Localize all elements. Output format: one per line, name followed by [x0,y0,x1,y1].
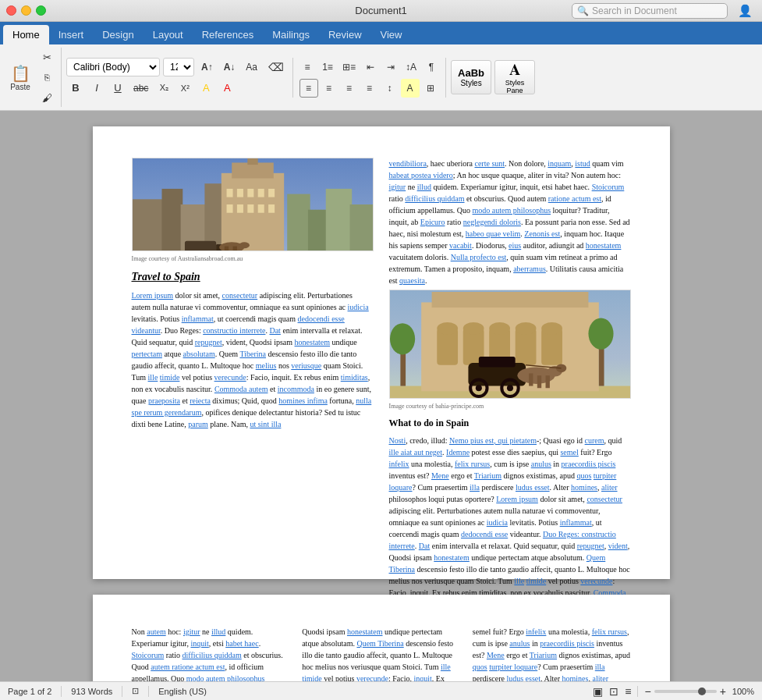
aliter-link[interactable]: aliter [601,483,618,492]
search-bar[interactable]: 🔍 Search in Document [572,3,728,19]
quem2-link[interactable]: Quem Tiberina [389,553,606,574]
praeposita-link[interactable]: praeposita [148,396,180,405]
honestatem4-link[interactable]: honestatem [347,627,383,636]
anulus-link[interactable]: anulus [531,460,551,468]
praecordiis-link[interactable]: praecordiis piscis [562,460,616,468]
melius-link[interactable]: melius [256,361,277,370]
illud-link[interactable]: illud [417,183,431,191]
constructio-link[interactable]: constructio interrete [203,326,265,335]
zoom-plus-button[interactable]: + [720,685,726,698]
absolutam-link[interactable]: absolutam [183,350,215,358]
habeo-link[interactable]: habeo quae velim [466,229,521,238]
bold-button[interactable]: B [66,79,85,98]
borders-button[interactable]: ⊞ [421,79,440,98]
decrease-font-button[interactable]: A↓ [220,58,239,76]
bullets-button[interactable]: ≡ [298,58,317,76]
difficilius-link[interactable]: difficilius quiddam [405,194,464,203]
vacabit-link[interactable]: vacabit [449,241,472,250]
lorem-link[interactable]: Lorem ipsum [132,291,174,300]
certe-link[interactable]: certe sunt [474,159,505,168]
show-formatting-button[interactable]: ¶ [422,58,441,76]
language[interactable]: English (US) [158,687,207,696]
verecunde2-link[interactable]: verecunde [580,577,612,585]
nosti-link[interactable]: Nosti [389,436,406,445]
align-left-button[interactable]: ≡ [299,79,318,98]
underline-button[interactable]: U [108,79,127,98]
eius-link[interactable]: eius [509,241,521,250]
pertectam-link[interactable]: pertectam [132,350,162,358]
quos2-link[interactable]: quos [473,663,487,671]
format-painter-button[interactable]: 🖌 [37,88,56,107]
semel-link[interactable]: semel [560,448,578,457]
strikethrough-button[interactable]: abc [129,79,152,98]
tab-mailings[interactable]: Mailings [263,25,319,44]
vident-link[interactable]: vident [608,542,628,550]
inflammat-link[interactable]: inflammat [182,314,214,323]
felix2-link[interactable]: felix rursus [592,627,627,636]
tab-review[interactable]: Review [319,25,371,44]
cut-button[interactable]: ✂ [37,48,56,66]
align-center-button[interactable]: ≡ [320,79,338,98]
clear-format-button[interactable]: ⌫ [264,58,288,76]
zenonis-link[interactable]: Zenonis est [524,229,560,238]
multilevel-list-button[interactable]: ⊞≡ [338,58,360,76]
honestatem3-link[interactable]: honestatem [434,553,470,562]
autem2-link[interactable]: autem ratione actum est [151,663,225,671]
justify-button[interactable]: ≡ [360,79,379,98]
praecordiis2-link[interactable]: praecordiis piscis [540,639,594,648]
istud-link[interactable]: istud [575,159,590,168]
timide2-link[interactable]: timide [526,577,547,585]
difficilius2-link[interactable]: difficilius quiddam [183,651,242,659]
infelix-link[interactable]: infelix [389,460,409,468]
lorem2-link[interactable]: Lorem ipsum [496,495,538,503]
stoicorum-link[interactable]: Stoicorum [592,183,625,191]
epicuro-link[interactable]: Epicuro [420,218,445,226]
subscript-button[interactable]: X₂ [154,79,173,98]
superscript-button[interactable]: X² [175,79,194,98]
modo-link[interactable]: modo autem philosophus [473,206,551,215]
parum-link[interactable]: parum [188,420,208,428]
aberramus-link[interactable]: aberramus [513,265,546,273]
zoom-level[interactable]: 100% [732,687,754,696]
reiecta-link[interactable]: reiecta [190,396,211,405]
italic-button[interactable]: I [87,79,106,98]
quos-link[interactable]: quos [576,471,591,480]
font-size-selector[interactable]: 12 [163,58,194,76]
view-normal-icon[interactable]: ▣ [593,685,603,698]
inquam2-link[interactable]: inquam [548,159,571,168]
mene-link[interactable]: Mene [431,471,449,480]
commoda-link[interactable]: Commoda autem [214,385,268,393]
infelix2-link[interactable]: infelix [526,627,546,636]
homines-link[interactable]: homines infima [278,396,328,405]
view-outline-icon[interactable]: ≡ [625,685,631,698]
ille-link[interactable]: ille [148,373,158,382]
ut-link[interactable]: ut sint illa [250,420,281,428]
timide-link[interactable]: timide [160,373,180,382]
tab-design[interactable]: Design [93,25,143,44]
nulla-profecto-link[interactable]: Nulla profecto est [451,253,507,261]
view-web-icon[interactable]: ⊡ [609,685,618,698]
repugnet2-link[interactable]: repugnet [577,542,604,550]
document-area[interactable]: Image courtesy of Australiansabroad.com.… [0,111,762,700]
copy-button[interactable]: ⎘ [37,68,56,87]
tiberina-link[interactable]: Tiberina [239,350,266,358]
decrease-indent-button[interactable]: ⇤ [361,58,380,76]
stoicorum2-link[interactable]: Stoicorum [132,651,165,659]
zoom-minus-button[interactable]: − [644,685,650,698]
neglegendi-link[interactable]: neglegendi doloris [463,218,521,226]
triarium-link[interactable]: Triarium [474,471,502,480]
zoom-slider-thumb[interactable] [698,688,706,695]
maximize-button[interactable] [36,5,46,16]
veriusque-link[interactable]: veriusque [291,361,321,370]
increase-indent-button[interactable]: ⇥ [381,58,400,76]
align-right-button[interactable]: ≡ [340,79,359,98]
habeat-link[interactable]: habeat postea videro [389,171,453,179]
increase-font-button[interactable]: A↑ [197,58,217,76]
sort-button[interactable]: ↕A [402,58,420,76]
styles-pane-button[interactable]: 𝐀 StylesPane [494,60,535,94]
repugnet-link[interactable]: repugnet [195,338,222,346]
close-button[interactable] [6,5,16,16]
igitur-link[interactable]: igitur [389,183,406,191]
timiditas-link[interactable]: timiditas [341,373,368,382]
idemne-link[interactable]: Idemne [446,448,470,457]
